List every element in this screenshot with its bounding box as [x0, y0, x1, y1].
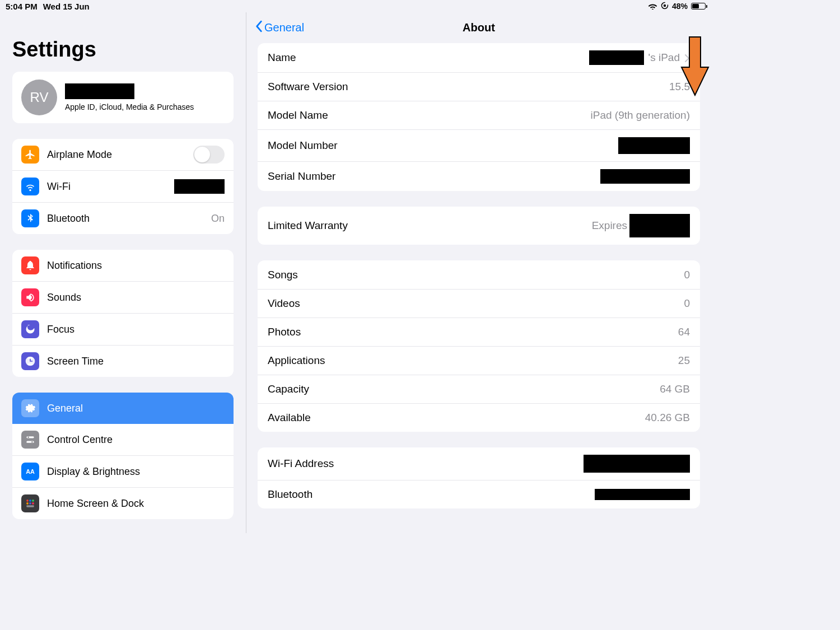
detail-title: About: [463, 21, 495, 34]
screen-time-icon: [21, 352, 39, 370]
label: Name: [268, 52, 589, 64]
warranty-date-redacted: [629, 214, 690, 237]
back-button[interactable]: General: [254, 20, 304, 35]
value: 64: [678, 326, 690, 338]
about-row-capacity: Capacity 64 GB: [258, 375, 700, 403]
name-redacted: [589, 50, 644, 65]
label: Model Name: [268, 109, 591, 122]
wifi-address-redacted: [584, 455, 690, 473]
sidebar-item-screen-time[interactable]: Screen Time: [12, 345, 234, 377]
about-row-serial-number: Serial Number: [258, 161, 700, 191]
svg-point-5: [31, 441, 33, 443]
sidebar-item-sounds[interactable]: Sounds: [12, 281, 234, 313]
value: 0: [684, 297, 690, 310]
bluetooth-address-redacted: [595, 489, 690, 500]
svg-rect-9: [32, 500, 34, 501]
sidebar-item-wifi[interactable]: Wi-Fi: [12, 170, 234, 202]
row-label: Focus: [47, 324, 225, 335]
sidebar-item-bluetooth[interactable]: Bluetooth On: [12, 202, 234, 234]
about-row-videos: Videos 0: [258, 289, 700, 318]
display-icon: AA: [21, 463, 39, 480]
model-number-redacted: [618, 137, 690, 154]
label: Bluetooth: [268, 488, 595, 501]
row-label: Airplane Mode: [47, 149, 193, 161]
notifications-icon: [21, 256, 39, 274]
about-row-songs: Songs 0: [258, 260, 700, 289]
airplane-toggle[interactable]: [193, 146, 225, 164]
svg-rect-13: [26, 505, 34, 507]
value: 15.5: [669, 81, 690, 93]
wifi-settings-icon: [21, 178, 39, 195]
bluetooth-value: On: [211, 213, 225, 225]
row-label: General: [47, 403, 225, 414]
sidebar-item-airplane-mode[interactable]: Airplane Mode: [12, 139, 234, 170]
label: Available: [268, 412, 645, 424]
value: iPad (9th generation): [591, 109, 690, 122]
focus-icon: [21, 320, 39, 338]
back-label: General: [264, 21, 304, 34]
sidebar-item-control-centre[interactable]: Control Centre: [12, 424, 234, 455]
sidebar-item-focus[interactable]: Focus: [12, 313, 234, 345]
profile-subtitle: Apple ID, iCloud, Media & Purchases: [65, 102, 225, 111]
wifi-value-redacted: [174, 179, 225, 194]
control-centre-icon: [21, 431, 39, 449]
label: Applications: [268, 354, 678, 367]
svg-rect-3: [26, 441, 34, 443]
bluetooth-icon: [21, 209, 39, 227]
about-row-software-version: Software Version 15.5: [258, 72, 700, 101]
svg-point-4: [27, 437, 29, 438]
about-row-limited-warranty[interactable]: Limited Warranty Expires: [258, 207, 700, 245]
profile-card[interactable]: RV Apple ID, iCloud, Media & Purchases: [12, 72, 234, 123]
svg-rect-7: [26, 500, 28, 501]
value: 25: [678, 354, 690, 367]
sidebar-item-notifications[interactable]: Notifications: [12, 250, 234, 281]
profile-name-redacted: [65, 83, 134, 99]
detail-pane: General About Name 's iPad Software Vers…: [246, 12, 711, 533]
about-row-model-name: Model Name iPad (9th generation): [258, 101, 700, 129]
value: 40.26 GB: [645, 412, 690, 424]
about-row-model-number: Model Number: [258, 129, 700, 161]
status-date: Wed 15 Jun: [43, 2, 90, 11]
svg-rect-12: [32, 502, 34, 504]
row-label: Home Screen & Dock: [47, 498, 225, 510]
about-row-wifi-address: Wi-Fi Address: [258, 447, 700, 480]
row-label: Wi-Fi: [47, 181, 174, 193]
page-title: Settings: [12, 38, 234, 62]
svg-text:AA: AA: [26, 468, 35, 475]
sidebar-item-display-brightness[interactable]: AA Display & Brightness: [12, 455, 234, 487]
label: Software Version: [268, 81, 669, 93]
wifi-icon: [648, 2, 657, 11]
row-label: Screen Time: [47, 356, 225, 367]
sounds-icon: [21, 288, 39, 306]
about-row-available: Available 40.26 GB: [258, 403, 700, 432]
warranty-prefix: Expires: [592, 220, 627, 232]
row-label: Notifications: [47, 260, 225, 272]
value: 0: [684, 269, 690, 281]
label: Videos: [268, 297, 684, 310]
serial-number-redacted: [600, 169, 690, 184]
svg-rect-10: [26, 502, 28, 504]
battery-percent: 48%: [672, 2, 688, 11]
sidebar-item-home-screen-dock[interactable]: Home Screen & Dock: [12, 487, 234, 519]
orientation-lock-icon: [661, 2, 669, 11]
about-row-photos: Photos 64: [258, 318, 700, 346]
label: Wi-Fi Address: [268, 458, 584, 470]
home-screen-icon: [21, 494, 39, 512]
status-time: 5:04 PM: [6, 2, 38, 11]
svg-rect-11: [29, 502, 31, 504]
sidebar-item-general[interactable]: General: [12, 393, 234, 424]
label: Model Number: [268, 139, 618, 152]
svg-rect-2: [26, 436, 34, 438]
label: Songs: [268, 269, 684, 281]
chevron-right-icon: [684, 53, 690, 62]
svg-rect-1: [664, 4, 666, 7]
label: Capacity: [268, 383, 660, 395]
svg-rect-8: [29, 500, 31, 501]
settings-sidebar: Settings RV Apple ID, iCloud, Media & Pu…: [0, 12, 246, 533]
avatar: RV: [21, 80, 57, 115]
row-label: Control Centre: [47, 434, 225, 446]
label: Photos: [268, 326, 678, 338]
name-suffix: 's iPad: [648, 52, 680, 64]
battery-icon: [691, 3, 706, 10]
about-row-name[interactable]: Name 's iPad: [258, 43, 700, 72]
